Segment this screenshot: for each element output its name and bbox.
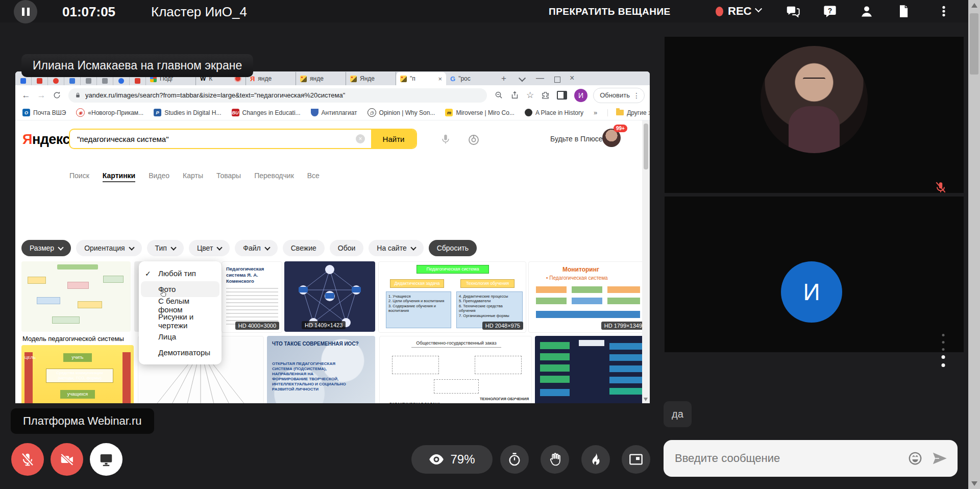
image-result[interactable] [21,261,131,332]
chat-panel-button[interactable] [786,4,800,18]
camera-off-button[interactable] [51,443,83,476]
bookmark-item[interactable]: PStudies in Digital H... [154,109,221,116]
image-result[interactable]: Педагогическая система Дидактическая зад… [378,261,526,333]
new-tab-button[interactable]: + [501,74,506,84]
image-result[interactable]: ЧТО ТАКОЕ СОВРЕМЕННАЯ ИОС? ОТКРЫТАЯ ПЕДА… [267,336,375,403]
image-result[interactable]: HD 1280×1024 [535,336,647,403]
browser-menu-kebab-icon[interactable]: ⋮ [633,91,640,100]
image-search-button[interactable] [468,134,480,146]
browser-tab-stub[interactable] [113,76,130,85]
bookmark-item[interactable]: ◉«Новогор-Прикам... [76,108,143,117]
page-scrollbar[interactable] [968,0,980,489]
files-button[interactable] [896,4,911,18]
scroll-up-arrow-icon[interactable] [971,3,977,8]
search-input[interactable] [70,135,356,143]
pip-button[interactable] [622,445,650,474]
extensions-button[interactable] [541,91,550,100]
tab-close-icon[interactable]: × [438,75,442,83]
video-tile-speaker[interactable] [665,37,964,193]
result-caption[interactable]: Модель педагогической системы [22,335,124,343]
browser-tab[interactable]: G "рос [446,72,496,85]
image-result[interactable]: ЦЕЛЬ учить Средства коммуникации (методы… [21,345,134,403]
zoom-out-button[interactable] [495,91,503,100]
refresh-page-button[interactable]: Обновить ⋮ [593,88,645,103]
browser-scrollbar[interactable] [642,120,650,403]
menu-item-any-type[interactable]: ✓ Любой тип [139,265,222,281]
participants-button[interactable] [860,4,874,18]
browser-tab[interactable]: Я янде [246,72,296,85]
profile-avatar[interactable]: И [574,89,587,102]
menu-item-photo[interactable]: Фото [141,281,219,297]
screen-share-button[interactable] [90,443,122,476]
fire-reaction-button[interactable] [581,445,610,474]
tile-pagination-dots[interactable] [941,333,946,370]
tab-list-chevron-icon[interactable] [519,75,526,82]
filter-reset[interactable]: Сбросить [429,240,477,256]
reload-button[interactable] [49,91,64,100]
chat-input[interactable] [674,451,908,466]
search-submit-button[interactable]: Найти [371,130,416,148]
share-button[interactable] [510,91,519,100]
image-result[interactable]: Общественно-государственный заказ ДИДАКТ… [379,336,532,403]
address-bar[interactable]: yandex.ru/images/search?from=tabbar&isiz… [68,88,487,103]
sidebar-toggle-icon[interactable] [557,91,567,100]
filter-fresh[interactable]: Свежие [283,240,325,256]
questions-button[interactable]: ? [823,4,837,18]
menu-item-faces[interactable]: Лица [139,329,222,345]
bookmarks-overflow-chevron[interactable]: » [594,109,597,116]
microphone-muted-button[interactable] [11,443,44,476]
browser-tab[interactable]: Янде [346,72,396,85]
browser-tab-active[interactable]: "п × [396,72,446,85]
nav-images-active[interactable]: Картинки [103,172,135,182]
image-result[interactable]: Мониторинг • Педагогическая система HD 1… [528,261,648,333]
menu-item-white-bg[interactable]: С белым фоном [139,297,222,313]
filter-orientation[interactable]: Ориентация [76,240,141,256]
bookmark-item[interactable]: Антиплагиат [311,109,357,116]
menu-item-drawings[interactable]: Рисунки и чертежи [139,313,222,329]
filter-file[interactable]: Файл [235,240,277,256]
more-menu-button[interactable] [937,4,950,18]
nav-all[interactable]: Все [307,172,320,182]
browser-tab[interactable]: янде [296,72,346,85]
rec-control[interactable]: REC [716,5,761,18]
scrollbar-thumb[interactable] [970,13,978,75]
scroll-down-arrow-icon[interactable] [971,481,977,486]
filter-type[interactable]: Тип [147,240,184,256]
filter-on-site[interactable]: На сайте [369,240,423,256]
bookmark-star-icon[interactable]: ☆ [526,90,534,101]
bookmark-item[interactable]: ◷Opinion | Why Son... [368,108,435,117]
nav-translate[interactable]: Переводчик [254,172,294,182]
bookmark-item[interactable]: ОПочта ВШЭ [22,109,66,116]
nav-search[interactable]: Поиск [69,172,89,182]
yandex-logo[interactable]: Яндекс [22,132,70,148]
filter-color[interactable]: Цвет [189,240,230,256]
window-close-button[interactable]: × [570,74,574,83]
window-minimize-button[interactable]: — [536,74,544,83]
browser-tab-stub[interactable] [32,76,48,85]
browser-tab-stub[interactable] [48,76,64,85]
pause-button[interactable] [14,0,37,23]
timer-reaction-button[interactable] [500,445,529,474]
raise-hand-button[interactable] [541,445,569,474]
back-button[interactable]: ← [18,90,34,101]
window-maximize-button[interactable] [554,77,560,83]
voice-search-button[interactable] [440,133,451,146]
browser-tab-stub[interactable] [15,76,32,85]
clear-search-icon[interactable]: × [356,134,365,143]
browser-tab-stub[interactable] [81,76,97,85]
viewers-counter[interactable]: 79% [411,445,493,474]
stop-broadcast-button[interactable]: ПРЕКРАТИТЬ ВЕЩАНИЕ [549,6,671,17]
bookmark-item[interactable]: A Place in History [525,109,583,116]
nav-goods[interactable]: Товары [216,172,241,182]
video-tile-participant[interactable]: И [665,197,964,352]
nav-maps[interactable]: Карты [183,172,203,182]
bookmark-item[interactable]: BUChanges in Educati... [232,109,301,116]
emoji-button[interactable] [908,451,923,466]
image-result[interactable]: Педагогическая система Я. А. Коменского … [222,261,282,333]
menu-item-demotivators[interactable]: Демотиваторы [139,345,222,360]
nav-video[interactable]: Видео [149,172,169,182]
browser-tab-stub[interactable] [97,76,113,85]
forward-button[interactable]: → [34,90,49,101]
bookmark-item[interactable]: mMiroverse | Miro Co... [445,109,514,116]
browser-tab-stub[interactable] [130,76,146,85]
